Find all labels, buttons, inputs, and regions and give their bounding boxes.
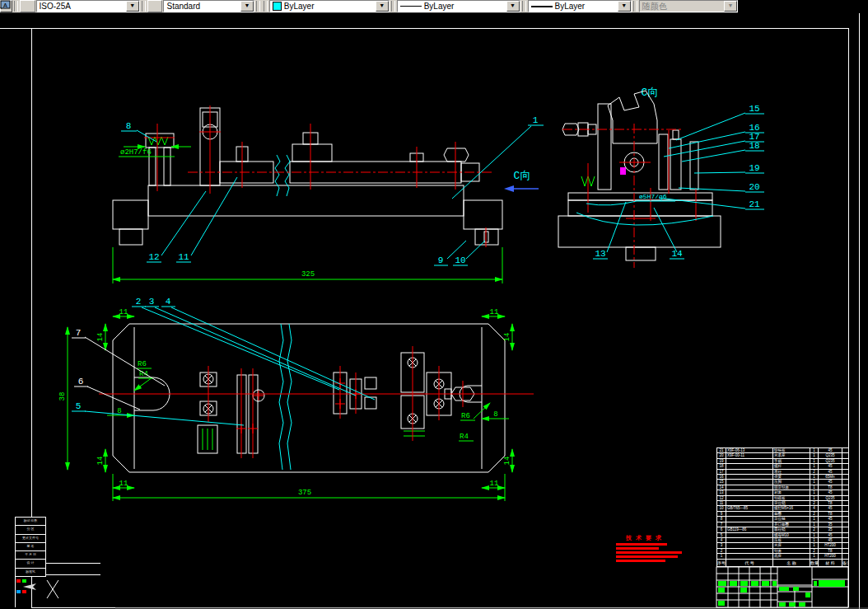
revision-row: 标准化 <box>16 569 45 576</box>
dim-14[interactable]: 14 <box>96 457 105 466</box>
plan-view-geometry[interactable] <box>99 324 534 472</box>
part-row-qty: 1 <box>810 490 818 494</box>
balloon-7[interactable]: 7 <box>76 328 82 338</box>
revision-row: 更改文件号 <box>16 535 45 542</box>
fit-dimension-front[interactable]: ø2H7/f6 <box>120 148 152 157</box>
dim-plan-width[interactable]: 375 <box>298 489 311 497</box>
balloon-21[interactable]: 21 <box>749 199 760 209</box>
balloon-10[interactable]: 10 <box>455 255 465 265</box>
parts-list-header: 材 料 <box>819 560 842 566</box>
part-row-remark <box>842 554 848 558</box>
part-row-material: HT200 <box>819 554 842 558</box>
part-row-name: 底座 <box>773 554 810 558</box>
part-row-material: 35 <box>819 522 842 527</box>
part-row-remark <box>842 480 848 484</box>
part-row-no: 20 <box>717 453 726 457</box>
balloon-18[interactable]: 18 <box>749 141 759 151</box>
c-view-balloons[interactable]: 15 16 17 18 19 20 21 13 14 <box>593 104 764 259</box>
c-view-geometry[interactable]: C向 ø5H7/g6 <box>558 87 721 268</box>
balloon-15[interactable]: 15 <box>749 104 759 114</box>
part-row-remark <box>842 475 848 479</box>
part-row-code <box>726 538 772 542</box>
part-row-name: 钻模板 <box>773 496 810 500</box>
part-row-qty: 1 <box>810 464 818 468</box>
part-row-material: T8 <box>819 501 842 505</box>
balloon-5[interactable]: 5 <box>76 401 82 411</box>
part-row-material: T8 <box>819 549 842 553</box>
dim-11[interactable]: 11 <box>490 308 499 316</box>
part-row-name: 定位销 <box>773 501 810 505</box>
part-row-qty: 1 <box>810 538 818 542</box>
balloon-11[interactable]: 11 <box>178 252 189 262</box>
part-row-remark <box>842 453 848 457</box>
dim-r4[interactable]: R4 <box>460 433 469 441</box>
balloon-9[interactable]: 9 <box>438 255 444 265</box>
part-row-qty: 1 <box>810 475 818 479</box>
part-row-name: 弹簧 <box>773 475 810 479</box>
balloon-12[interactable]: 12 <box>148 252 159 262</box>
technical-note-line <box>616 551 682 554</box>
part-row-no: 7 <box>717 522 726 527</box>
fit-dimension-c[interactable]: ø5H7/g6 <box>639 193 667 200</box>
part-row-code <box>726 554 772 558</box>
dim-8[interactable]: 8 <box>493 410 497 419</box>
part-row-no: 12 <box>717 496 726 500</box>
balloon-2[interactable]: 2 <box>136 297 142 307</box>
part-row-no: 16 <box>717 475 726 479</box>
dim-r6[interactable]: R6 <box>138 360 147 368</box>
part-row-code <box>726 475 772 479</box>
balloon-20[interactable]: 20 <box>749 182 759 192</box>
part-row-code <box>726 543 772 547</box>
part-row-remark <box>842 464 848 468</box>
balloon-4[interactable]: 4 <box>166 297 171 307</box>
balloon-19[interactable]: 19 <box>749 163 759 173</box>
part-row-name: 支承座 <box>773 453 810 457</box>
balloon-6[interactable]: 6 <box>78 377 84 386</box>
dim-11[interactable]: 11 <box>119 480 128 488</box>
part-row-material: 65Mn <box>819 475 842 479</box>
dim-11[interactable]: 11 <box>119 308 128 316</box>
dim-14[interactable]: 14 <box>503 333 511 342</box>
part-row-qty: 1 <box>810 533 818 537</box>
part-row-qty: 1 <box>810 459 818 463</box>
dim-11[interactable]: 11 <box>490 480 499 488</box>
cad-application-window: { "toolbar": { "dim_style": "ISO-25A", "… <box>0 0 868 609</box>
part-row-remark <box>842 527 848 532</box>
part-row-name: 支座 <box>773 543 810 547</box>
front-view-balloons[interactable]: 8 1 12 11 9 10 C向 <box>121 115 544 265</box>
technical-notes-lines <box>616 543 723 562</box>
part-row-no: 9 <box>717 512 726 516</box>
dim-38[interactable]: 38 <box>58 392 67 401</box>
technical-notes: 技术要求 <box>616 534 723 562</box>
dim-14[interactable]: 14 <box>503 457 511 466</box>
dim-14[interactable]: 14 <box>96 333 105 342</box>
part-row-code: GB119—86 <box>726 527 772 532</box>
balloon-1[interactable]: 1 <box>533 115 539 125</box>
technical-notes-title: 技术要求 <box>616 534 723 541</box>
part-row-code <box>726 522 772 527</box>
dim-front-width[interactable]: 325 <box>301 270 315 279</box>
part-row-material: HT200 <box>819 543 842 547</box>
cursor-arrow-icon <box>23 583 36 590</box>
plan-view-balloons[interactable]: 2 3 4 7 6 5 <box>72 297 375 425</box>
balloon-3[interactable]: 3 <box>149 297 155 307</box>
balloon-14[interactable]: 14 <box>671 249 683 259</box>
dim-r6[interactable]: R6 <box>461 412 470 420</box>
part-row-remark <box>842 490 848 494</box>
part-row-code: GB/T65—85 <box>726 506 772 510</box>
view-direction-label[interactable]: C向 <box>514 170 531 182</box>
part-row-code <box>726 464 772 468</box>
front-view-dimensions[interactable]: ø2H7/f6 325 <box>113 147 502 283</box>
part-row-code <box>726 517 772 521</box>
part-row-name: 固定钻套 <box>773 485 810 490</box>
part-row-no: 14 <box>717 485 726 490</box>
front-view-geometry[interactable] <box>113 105 502 247</box>
part-row-code <box>726 459 772 463</box>
balloon-8[interactable]: 8 <box>126 121 132 131</box>
part-row-code: X9F-06-13 <box>726 448 772 452</box>
part-row-remark <box>842 533 848 537</box>
crosshair-cursor <box>23 580 58 598</box>
part-row-code <box>726 549 772 553</box>
part-row-code <box>726 470 772 474</box>
balloon-13[interactable]: 13 <box>595 249 605 259</box>
